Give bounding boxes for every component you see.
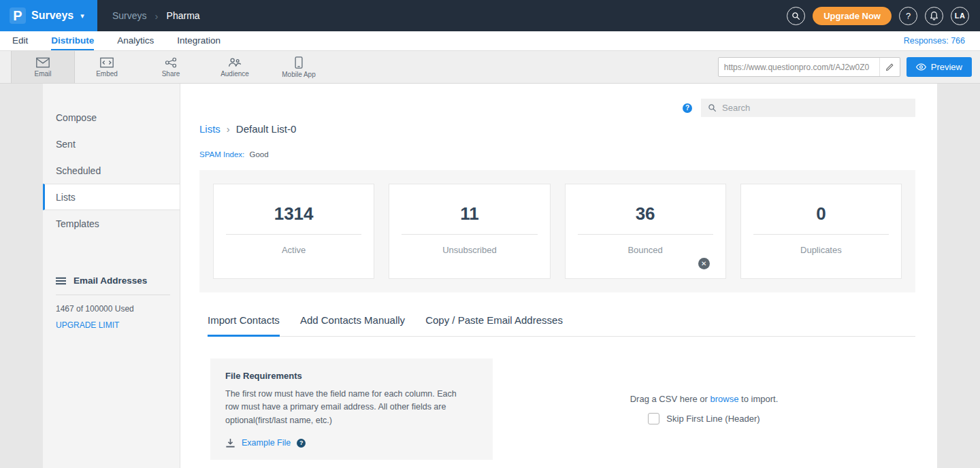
stat-card-active: 1314 Active — [213, 184, 374, 279]
survey-url-box — [718, 57, 900, 77]
email-icon — [36, 57, 50, 68]
user-avatar[interactable]: LA — [951, 7, 969, 25]
import-contacts-area: File Requirements The first row must hav… — [210, 358, 915, 460]
help-button[interactable]: ? — [899, 7, 917, 25]
sidebar-item-compose[interactable]: Compose — [43, 104, 180, 131]
search-button[interactable] — [787, 7, 805, 25]
product-switcher[interactable]: P Surveys ▾ — [0, 0, 97, 31]
file-requirements-title: File Requirements — [225, 371, 478, 381]
topbar-actions: Upgrade Now ? LA — [787, 7, 980, 25]
survey-nav: Edit Distribute Analytics Integration Re… — [0, 31, 980, 51]
skip-first-line-row: Skip First Line (Header) — [648, 413, 760, 424]
search-help-button[interactable]: ? — [683, 103, 692, 113]
toolbar-item-email[interactable]: Email — [11, 51, 75, 83]
spam-index-label: SPAM Index: — [199, 150, 244, 158]
breadcrumb-survey-title: Pharma — [167, 10, 200, 21]
spam-index-row: SPAM Index: Good — [199, 150, 915, 158]
example-file-link[interactable]: Example File — [242, 438, 291, 448]
edit-url-button[interactable] — [879, 58, 900, 76]
lists-main-panel: ? Lists › Default List-0 SPAM Index: Goo… — [180, 84, 937, 468]
preview-label: Preview — [931, 62, 962, 72]
tab-import-contacts[interactable]: Import Contacts — [208, 314, 280, 337]
usage-text: 1467 of 100000 Used — [56, 304, 170, 314]
breadcrumb-surveys-link[interactable]: Surveys — [112, 10, 147, 21]
unsubscribed-label: Unsubscribed — [442, 245, 497, 255]
file-requirements-body: The first row must have the field name f… — [225, 388, 470, 427]
divider — [226, 234, 361, 235]
eye-icon — [916, 63, 926, 71]
lists-breadcrumb: Lists › Default List-0 — [199, 123, 915, 135]
survey-url-input[interactable] — [719, 63, 879, 72]
questionpro-logo-icon: P — [10, 7, 26, 24]
search-icon — [791, 12, 800, 20]
lists-link[interactable]: Lists — [199, 123, 220, 135]
email-distribution-panel: Compose Sent Scheduled Lists Templates E… — [43, 84, 937, 468]
list-menu-icon — [56, 277, 66, 285]
toolbar-item-share[interactable]: Share — [139, 51, 203, 83]
embed-icon — [100, 57, 114, 68]
list-stats: 1314 Active 11 Unsubscribed 36 Bounced ✕ — [199, 170, 915, 292]
upgrade-now-button[interactable]: Upgrade Now — [813, 7, 892, 25]
notifications-button[interactable] — [925, 7, 943, 25]
search-icon — [708, 103, 717, 112]
preview-button[interactable]: Preview — [906, 57, 972, 77]
active-count: 1314 — [274, 203, 314, 224]
example-file-row: Example File ? — [225, 438, 478, 448]
active-label: Active — [282, 245, 306, 255]
toolbar-item-label: Embed — [96, 70, 118, 78]
toolbar-item-label: Mobile App — [282, 71, 315, 78]
duplicates-count: 0 — [816, 203, 826, 224]
toolbar-item-label: Email — [34, 70, 51, 78]
contact-search-input[interactable] — [722, 103, 909, 113]
divider — [753, 234, 889, 235]
contact-import-tabs: Import Contacts Add Contacts Manually Co… — [208, 314, 915, 337]
unsubscribed-count: 11 — [460, 203, 479, 224]
divider — [402, 234, 537, 235]
avatar-initials: LA — [955, 12, 965, 20]
tab-add-contacts-manually[interactable]: Add Contacts Manually — [300, 314, 405, 337]
chevron-right-icon: › — [155, 10, 159, 22]
duplicates-label: Duplicates — [800, 245, 842, 255]
tab-analytics[interactable]: Analytics — [117, 31, 154, 50]
top-bar: P Surveys ▾ Surveys › Pharma Upgrade Now… — [0, 0, 980, 31]
download-icon — [225, 438, 235, 448]
chevron-right-icon: › — [227, 123, 230, 135]
stat-card-bounced: 36 Bounced ✕ — [565, 184, 726, 279]
stat-card-duplicates: 0 Duplicates — [740, 184, 902, 279]
upgrade-limit-link[interactable]: UPGRADE LIMIT — [56, 320, 119, 330]
remove-bounced-button[interactable]: ✕ — [698, 258, 710, 269]
tab-copy-paste-email-addresses[interactable]: Copy / Paste Email Addresses — [425, 314, 563, 337]
email-addresses-header: Email Addresses — [56, 275, 170, 295]
example-file-help-button[interactable]: ? — [297, 439, 306, 448]
current-list-name: Default List-0 — [236, 123, 296, 135]
distribute-toolbar: Email Embed Share Audience Mobile App Pr… — [0, 51, 980, 84]
toolbar-item-mobile-app[interactable]: Mobile App — [267, 51, 331, 83]
tab-integration[interactable]: Integration — [177, 31, 220, 50]
csv-drop-zone[interactable]: Drag a CSV here or browse to import. Ski… — [493, 358, 915, 460]
sidebar-item-sent[interactable]: Sent — [43, 131, 180, 157]
toolbar-item-audience[interactable]: Audience — [203, 51, 267, 83]
toolbar-item-label: Audience — [220, 70, 249, 78]
toolbar-item-embed[interactable]: Embed — [75, 51, 139, 83]
stat-card-unsubscribed: 11 Unsubscribed — [389, 184, 550, 279]
sidebar-item-lists[interactable]: Lists — [43, 184, 180, 210]
sidebar-item-templates[interactable]: Templates — [43, 210, 180, 237]
skip-first-line-checkbox[interactable] — [648, 413, 659, 424]
tab-distribute[interactable]: Distribute — [51, 31, 94, 50]
product-name: Surveys — [31, 10, 74, 22]
tab-edit[interactable]: Edit — [12, 31, 28, 50]
audience-icon — [228, 57, 242, 68]
question-mark-icon: ? — [906, 11, 911, 21]
sidebar-item-scheduled[interactable]: Scheduled — [43, 157, 180, 184]
drop-text-suffix: to import. — [741, 394, 778, 404]
browse-link[interactable]: browse — [710, 394, 739, 404]
bell-icon — [930, 11, 938, 20]
spam-index-value: Good — [249, 150, 268, 158]
responses-count[interactable]: Responses: 766 — [904, 31, 980, 50]
close-icon: ✕ — [701, 260, 706, 267]
file-requirements-box: File Requirements The first row must hav… — [210, 358, 493, 460]
caret-down-icon: ▾ — [80, 12, 84, 20]
drop-text-prefix: Drag a CSV here or — [630, 394, 708, 404]
search-row: ? — [199, 84, 915, 117]
toolbar-right: Preview — [718, 51, 980, 83]
